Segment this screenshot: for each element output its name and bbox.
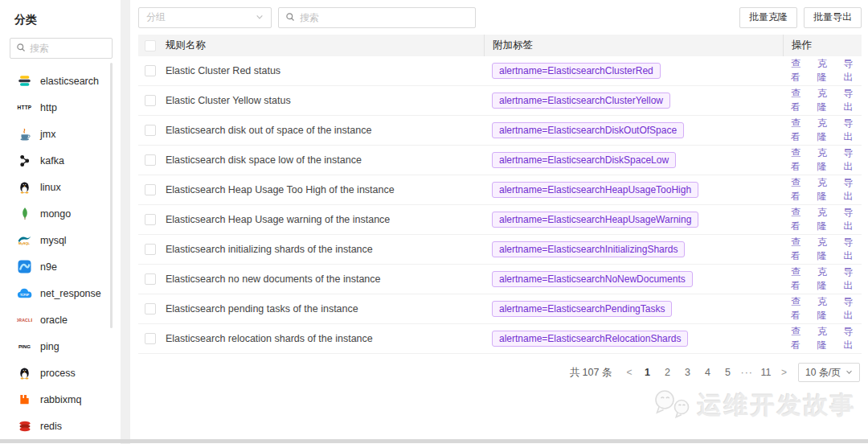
mysql-icon: MySQL	[17, 232, 32, 248]
rule-name[interactable]: Elasticsearch initializing shards of the…	[162, 244, 484, 255]
view-link[interactable]: 查看	[791, 117, 809, 144]
export-link[interactable]: 导出	[843, 146, 862, 174]
rule-name[interactable]: Elasticsearch relocation shards of the i…	[162, 333, 484, 344]
view-link[interactable]: 查看	[791, 325, 809, 352]
select-all-checkbox[interactable]	[145, 40, 156, 51]
next-page-button[interactable]: >	[779, 367, 789, 378]
row-checkbox[interactable]	[145, 65, 156, 76]
page-size-select[interactable]: 10 条/页	[798, 363, 860, 382]
sidebar-item-http[interactable]: HTTPhttp	[0, 94, 114, 121]
rule-search-box[interactable]	[278, 7, 476, 28]
sidebar-item-elasticsearch[interactable]: elasticsearch	[0, 68, 114, 94]
rule-name[interactable]: Elasticsearch Heap Usage warning of the …	[162, 214, 484, 225]
svg-text:MySQL: MySQL	[18, 241, 31, 245]
clone-link[interactable]: 克隆	[817, 146, 836, 174]
export-link[interactable]: 导出	[843, 325, 862, 352]
row-checkbox[interactable]	[145, 95, 156, 106]
sidebar-item-mongo[interactable]: mongo	[0, 200, 114, 227]
page-number-3[interactable]: 3	[680, 367, 694, 378]
row-checkbox[interactable]	[145, 184, 156, 195]
horizontal-scrollbar[interactable]	[0, 439, 868, 443]
page-number-5[interactable]: 5	[720, 367, 735, 378]
rabbitmq-icon	[17, 392, 32, 407]
row-checkbox[interactable]	[145, 214, 156, 225]
category-search-input[interactable]	[30, 43, 106, 54]
rule-name[interactable]: Elastic Cluster Red status	[162, 65, 484, 76]
clone-link[interactable]: 克隆	[817, 87, 836, 114]
elasticsearch-icon	[17, 73, 32, 88]
row-checkbox[interactable]	[145, 125, 156, 136]
view-link[interactable]: 查看	[791, 57, 809, 84]
clone-link[interactable]: 克隆	[817, 57, 836, 84]
clone-link[interactable]: 克隆	[817, 206, 836, 233]
view-link[interactable]: 查看	[791, 176, 809, 204]
export-link[interactable]: 导出	[843, 117, 862, 144]
sidebar-item-label: mongo	[40, 208, 71, 220]
page-number-11[interactable]: 11	[759, 367, 773, 378]
sidebar-item-label: elasticsearch	[40, 76, 99, 87]
clone-link[interactable]: 克隆	[817, 236, 836, 263]
tag-badge: alertname=ElasticsearchNoNewDocuments	[492, 271, 693, 287]
sidebar-item-n9e[interactable]: n9e	[0, 253, 114, 280]
row-checkbox[interactable]	[145, 154, 156, 166]
table-row: Elasticsearch pending tasks of the insta…	[138, 294, 862, 324]
batch-clone-button[interactable]: 批量克隆	[739, 7, 797, 28]
view-link[interactable]: 查看	[791, 146, 809, 174]
rule-name[interactable]: Elasticsearch disk out of space of the i…	[162, 125, 484, 136]
tag-badge: alertname=ElasticsearchInitializingShard…	[492, 241, 685, 257]
sidebar-item-redis[interactable]: redis	[0, 413, 114, 436]
rule-name[interactable]: Elastic Cluster Yellow status	[162, 95, 484, 106]
page-number-2[interactable]: 2	[660, 367, 674, 378]
view-link[interactable]: 查看	[791, 87, 809, 114]
page-number-1[interactable]: 1	[640, 367, 654, 378]
svg-text:TCP/IP: TCP/IP	[20, 293, 30, 296]
row-checkbox[interactable]	[145, 303, 156, 314]
export-link[interactable]: 导出	[843, 265, 862, 293]
table-row: Elastic Cluster Yellow statusalertname=E…	[138, 86, 862, 116]
clone-link[interactable]: 克隆	[817, 117, 836, 144]
jmx-icon	[17, 126, 32, 142]
oracle-icon: ORACLE	[17, 312, 32, 327]
clone-link[interactable]: 克隆	[817, 265, 836, 293]
sidebar-item-oracle[interactable]: ORACLEoracle	[0, 306, 114, 333]
sidebar-item-mysql[interactable]: MySQLmysql	[0, 227, 114, 253]
export-link[interactable]: 导出	[843, 206, 862, 233]
watermark-text: 运维开发故事	[698, 389, 857, 422]
export-link[interactable]: 导出	[843, 236, 862, 263]
clone-link[interactable]: 克隆	[817, 176, 836, 204]
rules-table: 规则名称 附加标签 操作 Elastic Cluster Red statusa…	[138, 35, 862, 354]
prev-page-button[interactable]: <	[624, 367, 634, 378]
batch-export-button[interactable]: 批量导出	[804, 7, 862, 28]
sidebar-scrollbar[interactable]	[110, 63, 113, 328]
rule-name[interactable]: Elasticsearch disk space low of the inst…	[162, 154, 484, 166]
view-link[interactable]: 查看	[791, 206, 809, 233]
export-link[interactable]: 导出	[843, 57, 862, 84]
page-number-4[interactable]: 4	[700, 367, 714, 378]
view-link[interactable]: 查看	[791, 236, 809, 263]
rule-name[interactable]: Elasticsearch no new documents of the in…	[162, 273, 484, 285]
clone-link[interactable]: 克隆	[817, 325, 836, 352]
view-link[interactable]: 查看	[791, 295, 809, 323]
rule-name[interactable]: Elasticsearch Heap Usage Too High of the…	[162, 184, 484, 195]
row-checkbox[interactable]	[145, 333, 156, 344]
export-link[interactable]: 导出	[843, 176, 862, 204]
export-link[interactable]: 导出	[843, 295, 862, 323]
row-checkbox[interactable]	[145, 273, 156, 285]
sidebar-item-rabbixmq[interactable]: rabbixmq	[0, 386, 114, 413]
view-link[interactable]: 查看	[791, 265, 809, 293]
export-link[interactable]: 导出	[843, 87, 862, 114]
sidebar-item-process[interactable]: process	[0, 360, 114, 386]
rule-name[interactable]: Elasticsearch pending tasks of the insta…	[162, 303, 484, 314]
row-checkbox[interactable]	[145, 244, 156, 255]
clone-link[interactable]: 克隆	[817, 295, 836, 323]
group-select[interactable]: 分组	[138, 7, 272, 28]
sidebar-item-net_response[interactable]: TCP/IPnet_response	[0, 280, 114, 306]
sidebar-item-kafka[interactable]: kafka	[0, 147, 114, 174]
rule-search-input[interactable]	[300, 12, 469, 23]
category-search-box[interactable]	[10, 38, 113, 59]
sidebar-item-jmx[interactable]: jmx	[0, 121, 114, 147]
sidebar-item-linux[interactable]: linux	[0, 174, 114, 200]
tag-badge: alertname=ElasticsearchDiskSpaceLow	[492, 152, 676, 168]
sidebar-item-ping[interactable]: PINGping	[0, 333, 114, 360]
alert-rules-page: 分类 elasticsearchHTTPhttpjmxkafkalinuxmon…	[0, 0, 868, 444]
